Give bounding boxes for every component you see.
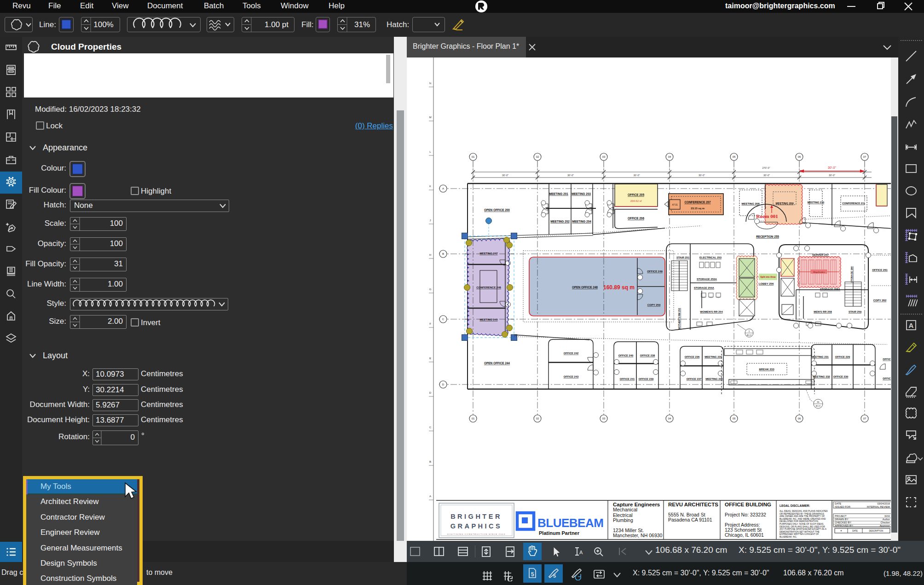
svg-text:LEGAL DISCLAIMER:: LEGAL DISCLAIMER: bbox=[780, 504, 810, 507]
svg-text:MEETING 202: MEETING 202 bbox=[550, 220, 570, 223]
svg-text:OFFICE 230: OFFICE 230 bbox=[833, 375, 849, 378]
svg-text:STAIR 251: STAIR 251 bbox=[676, 256, 690, 259]
svg-text:MEETING 209: MEETING 209 bbox=[775, 202, 794, 205]
svg-text:01: 01 bbox=[817, 401, 820, 403]
svg-text:MegaDividers: MegaDividers bbox=[813, 271, 825, 273]
svg-text:MEETING 235: MEETING 235 bbox=[705, 378, 723, 380]
svg-text:#: # bbox=[841, 530, 842, 532]
svg-text:03: 03 bbox=[602, 417, 606, 420]
svg-text:MEETING 208: MEETING 208 bbox=[741, 202, 760, 205]
svg-text:OPEN OFFICE 200: OPEN OFFICE 200 bbox=[484, 208, 510, 212]
svg-text:04: 04 bbox=[668, 155, 671, 158]
svg-text:07: 07 bbox=[863, 417, 866, 420]
svg-text:06: 06 bbox=[798, 417, 801, 420]
svg-text:OFFICE 240: OFFICE 240 bbox=[618, 354, 634, 357]
svg-text:Plumbing: Plumbing bbox=[613, 517, 633, 523]
svg-text:A7.01: A7.01 bbox=[672, 204, 677, 206]
svg-text:30'-0": 30'-0" bbox=[828, 166, 836, 169]
svg-text:MEETING 247: MEETING 247 bbox=[479, 252, 498, 255]
svg-text:30'-0": 30'-0" bbox=[829, 174, 835, 177]
svg-text:OFFICE 241: OFFICE 241 bbox=[620, 378, 635, 380]
svg-text:B: B bbox=[429, 460, 431, 463]
svg-text:DESCRIPTION: DESCRIPTION bbox=[869, 530, 884, 532]
svg-text:WOMEN'S RR 254: WOMEN'S RR 254 bbox=[700, 310, 723, 313]
svg-text:02: 02 bbox=[536, 417, 539, 420]
svg-text:SERVER 257: SERVER 257 bbox=[812, 253, 829, 256]
svg-text:OFFICE BUILDING: OFFICE BUILDING bbox=[725, 502, 771, 507]
svg-text:A: A bbox=[909, 321, 914, 329]
svg-text:L: L bbox=[429, 150, 431, 153]
svg-text:EXPRESSED WRITTEN CONCENT OF: EXPRESSED WRITTEN CONCENT OF bbox=[780, 533, 819, 535]
svg-text:MEN'S RR 258: MEN'S RR 258 bbox=[814, 310, 832, 313]
svg-text:J: J bbox=[430, 219, 431, 222]
svg-text:MEETING 203: MEETING 203 bbox=[572, 192, 591, 195]
svg-text:PROJECT: PROJECT bbox=[835, 515, 847, 517]
svg-text:Mechanical: Mechanical bbox=[613, 507, 637, 512]
svg-text:M: M bbox=[429, 116, 432, 119]
svg-text:A6.02: A6.02 bbox=[747, 334, 752, 336]
svg-text:BLUEBEAM, INC. AND WERE CREATE: BLUEBEAM, INC. AND WERE CREATED AND bbox=[780, 518, 826, 520]
svg-text:D: D bbox=[429, 391, 432, 394]
svg-text:N: N bbox=[429, 82, 431, 85]
svg-text:5: 5 bbox=[553, 573, 556, 579]
svg-text:C: C bbox=[442, 318, 445, 321]
svg-text:Chicago, IL 60601: Chicago, IL 60601 bbox=[725, 532, 764, 538]
svg-text:OFFICE 237: OFFICE 237 bbox=[687, 378, 702, 380]
svg-text:Room 001: Room 001 bbox=[756, 213, 778, 219]
svg-text:A: A bbox=[442, 187, 444, 190]
svg-text:Approver: Approver bbox=[880, 524, 890, 527]
svg-text:Split into three: Split into three bbox=[760, 276, 776, 278]
svg-text:OFFICE 239: OFFICE 239 bbox=[639, 378, 654, 380]
svg-text:06: 06 bbox=[798, 155, 801, 158]
svg-text:OFFICE 205: OFFICE 205 bbox=[628, 193, 644, 196]
svg-text:OFFICE 229: OFFICE 229 bbox=[835, 356, 850, 358]
svg-text:OR REPRESENTED BY THESE DRAWIN: OR REPRESENTED BY THESE DRAWINGS bbox=[780, 513, 824, 515]
svg-text:STAIR 259: STAIR 259 bbox=[849, 310, 862, 313]
svg-text:05: 05 bbox=[733, 417, 736, 420]
svg-text:30'-0": 30'-0" bbox=[633, 174, 640, 177]
svg-text:H: H bbox=[429, 253, 431, 256]
svg-text:CONFERENCE 211: CONFERENCE 211 bbox=[842, 202, 865, 205]
svg-text:BREAK 233: BREAK 233 bbox=[759, 368, 774, 371]
svg-text:OFFICE 236: OFFICE 236 bbox=[685, 356, 700, 358]
svg-text:CONFERENCE 207: CONFERENCE 207 bbox=[684, 201, 711, 204]
svg-text:30'-0": 30'-0" bbox=[699, 174, 705, 177]
svg-text:OPEN OFFICE 244: OPEN OFFICE 244 bbox=[484, 361, 510, 365]
svg-text:OFFICE 261: OFFICE 261 bbox=[872, 269, 888, 271]
svg-text:204.62 sf: 204.62 sf bbox=[630, 200, 642, 202]
svg-text:DEVELOPED FOR DEMONSTRATION: DEVELOPED FOR DEMONSTRATION bbox=[780, 520, 818, 522]
svg-text:30'-0": 30'-0" bbox=[763, 174, 770, 177]
svg-text:OFFIC: OFFIC bbox=[883, 358, 891, 361]
svg-text:MEETING 231: MEETING 231 bbox=[811, 356, 829, 358]
svg-text:MEETING 234: MEETING 234 bbox=[705, 356, 722, 358]
svg-text:OFFICE 243: OFFICE 243 bbox=[564, 375, 579, 378]
svg-text:5: 5 bbox=[531, 571, 534, 578]
svg-text:DEMONSTRATION SET WITHOUT THE: DEMONSTRATION SET WITHOUT THE bbox=[780, 531, 820, 533]
svg-text:F: F bbox=[429, 322, 431, 325]
svg-text:K: K bbox=[429, 185, 431, 188]
svg-text:01: 01 bbox=[472, 155, 475, 158]
svg-text:MEETING 210: MEETING 210 bbox=[808, 201, 824, 204]
svg-text:ALL IDEAS, DESIGNS, AND PLANS: ALL IDEAS, DESIGNS, AND PLANS INDICATED bbox=[780, 510, 828, 512]
svg-text:G: G bbox=[429, 288, 432, 291]
svg-text:OFFICE 242: OFFICE 242 bbox=[564, 352, 579, 355]
svg-text:DATE: DATE bbox=[852, 530, 858, 532]
svg-text:Platinum Partner: Platinum Partner bbox=[539, 530, 580, 536]
svg-text:BLUEBEAM: BLUEBEAM bbox=[537, 516, 603, 530]
svg-text:CONFERENCE 246: CONFERENCE 246 bbox=[476, 286, 501, 289]
svg-text:02: 02 bbox=[536, 155, 539, 158]
svg-text:Electrical: Electrical bbox=[613, 512, 633, 518]
svg-text:MEETING 201: MEETING 201 bbox=[549, 192, 568, 195]
svg-text:Pasadena CA 91101: Pasadena CA 91101 bbox=[668, 517, 712, 522]
svg-text:DRAWN BY:: DRAWN BY: bbox=[835, 518, 849, 521]
svg-text:E: E bbox=[429, 357, 431, 360]
svg-text:PURPOSES ONLY. NONE OF SUCH ID: PURPOSES ONLY. NONE OF SUCH IDEAS, bbox=[780, 523, 824, 525]
svg-text:Author: Author bbox=[883, 518, 890, 521]
svg-text:1: 1 bbox=[749, 330, 750, 333]
svg-text:GRAPHICS: GRAPHICS bbox=[450, 522, 502, 530]
svg-text:BRIGHTER: BRIGHTER bbox=[450, 513, 502, 520]
svg-text:07: 07 bbox=[863, 155, 866, 158]
svg-text:MEETING 204: MEETING 204 bbox=[572, 220, 591, 223]
svg-text:B: B bbox=[442, 252, 444, 255]
svg-text:STORAGE 258A: STORAGE 258A bbox=[820, 288, 841, 291]
